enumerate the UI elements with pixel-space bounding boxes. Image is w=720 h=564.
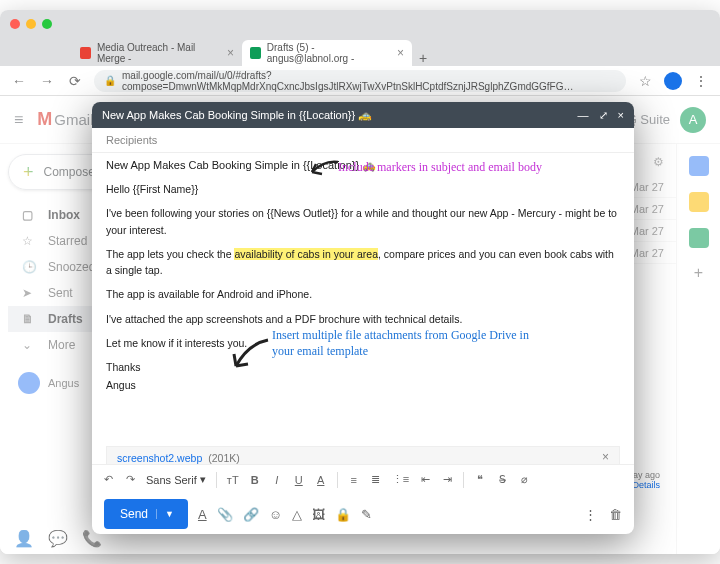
send-icon: ➤	[22, 286, 36, 300]
clear-format-icon[interactable]: ⌀	[518, 473, 530, 486]
align-icon[interactable]: ≡	[348, 474, 360, 486]
body-sig1: Thanks	[106, 359, 620, 375]
insert-emoji-icon[interactable]: ☺	[269, 507, 282, 522]
remove-attachment-icon[interactable]: ×	[602, 448, 609, 464]
compose-body[interactable]: Hello {{First Name}} I've been following…	[92, 177, 634, 464]
underline-icon[interactable]: U	[293, 474, 305, 486]
maximize-window-dot[interactable]	[42, 19, 52, 29]
strikethrough-icon[interactable]: S̶	[496, 473, 508, 486]
tab-title: Media Outreach - Mail Merge -	[97, 42, 221, 64]
plus-icon: +	[23, 162, 34, 183]
numbered-list-icon[interactable]: ≣	[370, 473, 382, 486]
tasks-addon-icon[interactable]	[689, 228, 709, 248]
forward-icon[interactable]: →	[38, 73, 56, 89]
star-icon[interactable]: ☆	[636, 73, 654, 89]
inbox-icon: ▢	[22, 208, 36, 222]
highlight-text: availability of cabs in your area	[234, 248, 378, 260]
new-tab-button[interactable]: +	[412, 50, 434, 66]
hangouts-chat-icon[interactable]: 💬	[48, 529, 68, 548]
body-p3: The app is available for Android and iPh…	[106, 286, 620, 302]
browser-tab-1[interactable]: Drafts (5) - angus@labnol.org - ×	[242, 40, 412, 66]
tab-close-icon[interactable]: ×	[227, 46, 234, 60]
body-p4: I've attached the app screenshots and a …	[106, 311, 620, 327]
body-greeting: Hello {{First Name}}	[106, 181, 620, 197]
settings-gear-icon[interactable]: ⚙	[653, 155, 664, 169]
font-selector[interactable]: Sans Serif ▾	[146, 473, 206, 486]
send-options-caret[interactable]: ▼	[156, 509, 174, 519]
calendar-addon-icon[interactable]	[689, 156, 709, 176]
minimize-icon[interactable]: —	[578, 109, 589, 122]
gmail-favicon-icon	[250, 47, 261, 59]
address-bar-row: ← → ⟳ 🔒 mail.google.com/mail/u/0/#drafts…	[0, 66, 720, 96]
window-titlebar	[0, 10, 720, 38]
body-sig2: Angus	[106, 377, 620, 393]
tab-strip: Media Outreach - Mail Merge - × Drafts (…	[0, 38, 720, 66]
addons-plus-icon[interactable]: +	[694, 264, 703, 282]
minimize-window-dot[interactable]	[26, 19, 36, 29]
insert-link-icon[interactable]: 🔗	[243, 507, 259, 522]
hangouts-contacts-icon[interactable]: 👤	[14, 529, 34, 548]
bulleted-list-icon[interactable]: ⋮≡	[392, 473, 409, 486]
body-p5: Let me know if it interests you.	[106, 335, 620, 351]
format-toolbar: ↶ ↷ Sans Serif ▾ тT B I U A ≡ ≣ ⋮≡ ⇤ ⇥ ❝…	[92, 464, 634, 494]
close-icon[interactable]: ×	[618, 109, 624, 122]
body-p2: The app lets you check the availability …	[106, 246, 620, 279]
gmail-logo-text: Gmail	[54, 111, 93, 128]
hangouts-bar: 👤 💬 📞	[14, 529, 102, 548]
compose-title: New App Makes Cab Booking Simple in {{Lo…	[102, 109, 372, 122]
profile-icon[interactable]	[664, 72, 682, 90]
italic-icon[interactable]: I	[271, 474, 283, 486]
confidential-icon[interactable]: 🔒	[335, 507, 351, 522]
font-size-icon[interactable]: тT	[227, 474, 239, 486]
back-icon[interactable]: ←	[10, 73, 28, 89]
reload-icon[interactable]: ⟳	[66, 73, 84, 89]
gmail-m-icon: M	[37, 109, 52, 130]
menu-icon[interactable]: ≡	[14, 111, 23, 129]
chevron-down-icon: ▾	[200, 473, 206, 486]
insert-drive-icon[interactable]: △	[292, 507, 302, 522]
account-avatar[interactable]: A	[680, 107, 706, 133]
recipients-field[interactable]: Recipients	[92, 128, 634, 153]
chrome-menu-icon[interactable]: ⋮	[692, 73, 710, 89]
formatting-icon[interactable]: A	[198, 507, 207, 522]
attachments: screenshot2.webp(201K)× screenshots1.web…	[106, 446, 620, 464]
redo-icon[interactable]: ↷	[124, 473, 136, 486]
contact-avatar-icon	[18, 372, 40, 394]
gmail-logo[interactable]: M Gmail	[37, 109, 93, 130]
side-panel: +	[676, 144, 720, 554]
text-color-icon[interactable]: A	[315, 474, 327, 486]
file-icon: 🗎	[22, 312, 36, 326]
popout-icon[interactable]: ⤢	[599, 109, 608, 122]
keep-addon-icon[interactable]	[689, 192, 709, 212]
compose-window: New App Makes Cab Booking Simple in {{Lo…	[92, 102, 634, 534]
address-bar[interactable]: 🔒 mail.google.com/mail/u/0/#drafts?compo…	[94, 70, 626, 92]
insert-signature-icon[interactable]: ✎	[361, 507, 372, 522]
lock-icon: 🔒	[104, 75, 116, 86]
star-icon: ☆	[22, 234, 36, 248]
insert-photo-icon[interactable]: 🖼	[312, 507, 325, 522]
attach-file-icon[interactable]: 📎	[217, 507, 233, 522]
tab-title: Drafts (5) - angus@labnol.org -	[267, 42, 391, 64]
close-window-dot[interactable]	[10, 19, 20, 29]
compose-label: Compose	[44, 165, 95, 179]
attachment-row[interactable]: screenshot2.webp(201K)×	[106, 446, 620, 464]
indent-less-icon[interactable]: ⇤	[419, 473, 431, 486]
quote-icon[interactable]: ❝	[474, 473, 486, 486]
undo-icon[interactable]: ↶	[102, 473, 114, 486]
clock-icon: 🕒	[22, 260, 36, 274]
sheets-favicon-icon	[80, 47, 91, 59]
send-button[interactable]: Send ▼	[104, 499, 188, 529]
send-bar: Send ▼ A 📎 🔗 ☺ △ 🖼 🔒 ✎ ⋮ 🗑	[92, 494, 634, 534]
tab-close-icon[interactable]: ×	[397, 46, 404, 60]
bold-icon[interactable]: B	[249, 474, 261, 486]
discard-draft-icon[interactable]: 🗑	[609, 507, 622, 522]
compose-titlebar[interactable]: New App Makes Cab Booking Simple in {{Lo…	[92, 102, 634, 128]
body-p1: I've been following your stories on {{Ne…	[106, 205, 620, 238]
more-options-icon[interactable]: ⋮	[584, 507, 597, 522]
indent-more-icon[interactable]: ⇥	[441, 473, 453, 486]
browser-tab-0[interactable]: Media Outreach - Mail Merge - ×	[72, 40, 242, 66]
subject-field[interactable]: New App Makes Cab Booking Simple in {{Lo…	[92, 153, 634, 177]
chevron-down-icon: ⌄	[22, 338, 36, 352]
url-text: mail.google.com/mail/u/0/#drafts?compose…	[122, 70, 616, 92]
